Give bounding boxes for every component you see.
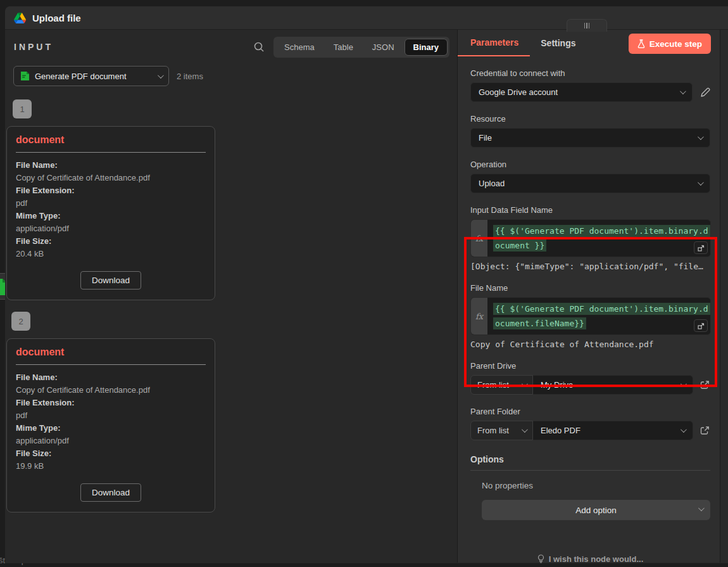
chevron-down-icon: [681, 381, 687, 387]
field-value: Copy of Certificate of Attendance.pdf: [16, 384, 206, 397]
open-in-drive-link[interactable]: [700, 380, 710, 390]
parameters-panel: Parameters Settings Execute step Credent…: [458, 30, 720, 563]
tab-settings[interactable]: Settings: [530, 30, 586, 56]
chevron-down-icon: [522, 381, 528, 387]
credential-label: Credential to connect with: [470, 68, 710, 78]
lightbulb-icon: [537, 554, 544, 564]
fx-expression-icon[interactable]: fx: [471, 298, 487, 334]
binary-data-card: document File Name: Copy of Certificate …: [6, 126, 215, 300]
search-button[interactable]: [253, 41, 265, 53]
file-name-expression[interactable]: fx {{ $('Generate PDF document').item.bi…: [470, 297, 711, 335]
expand-expression-icon: [698, 322, 705, 329]
expression-result-preview: Copy of Certificate of Attendance.pdf: [470, 340, 719, 349]
chevron-down-icon: [158, 72, 164, 79]
flask-icon: [637, 39, 645, 48]
item-index-badge: 2: [11, 312, 30, 331]
download-button[interactable]: Download: [80, 271, 141, 290]
input-data-field-expression[interactable]: fx {{ $('Generate PDF document').item.bi…: [470, 219, 711, 257]
chevron-down-icon: [681, 426, 687, 433]
field-label: File Name:: [16, 159, 206, 172]
chevron-down-icon: [680, 88, 686, 94]
panel-drag-handle[interactable]: [567, 19, 607, 32]
items-count: 2 items: [177, 72, 203, 81]
resource-label: Resource: [470, 114, 710, 124]
binary-key-title: document: [16, 347, 206, 358]
edit-pencil-icon[interactable]: [700, 87, 710, 98]
binary-data-card: document File Name: Copy of Certificate …: [6, 338, 215, 513]
chevron-down-icon: [698, 179, 704, 186]
input-source-value: Generate PDF document: [35, 72, 127, 81]
fx-expression-icon[interactable]: fx: [471, 220, 487, 257]
field-label: File Extension:: [16, 184, 206, 197]
parent-drive-label: Parent Drive: [470, 361, 710, 371]
tab-schema[interactable]: Schema: [275, 39, 323, 56]
parent-drive-mode-select[interactable]: From list: [470, 375, 533, 395]
parent-drive-value-select[interactable]: My Drive: [533, 375, 693, 395]
generate-pdf-node-icon: [20, 71, 30, 81]
tab-json[interactable]: JSON: [363, 39, 403, 56]
field-value: pdf: [16, 197, 206, 210]
field-value: 20.4 kB: [16, 248, 206, 260]
input-data-field-label: Input Data Field Name: [470, 205, 710, 215]
item-index-badge: 1: [13, 99, 32, 118]
view-mode-tabs: Schema Table JSON Binary: [273, 37, 449, 58]
ndv-header: Upload file: [5, 6, 728, 30]
options-section-label: Options: [470, 454, 710, 471]
chevron-down-icon: [698, 134, 704, 140]
credential-select[interactable]: Google Drive account: [470, 82, 693, 102]
file-name-label: File Name: [470, 283, 710, 293]
parent-folder-value-select[interactable]: Eledo PDF: [533, 421, 693, 440]
field-label: File Size:: [16, 447, 206, 460]
binary-key-title: document: [16, 134, 206, 146]
expression-result-preview: [Object: {"mimeType": "application/pdf",…: [470, 262, 719, 271]
field-label: File Size:: [16, 235, 206, 248]
input-panel: INPUT Schema Table JSON Binary: [5, 30, 458, 563]
no-properties-text: No properties: [482, 481, 710, 490]
operation-select[interactable]: Upload: [470, 174, 710, 193]
field-value: pdf: [16, 409, 206, 422]
open-in-drive-link[interactable]: [700, 426, 710, 435]
external-link-icon: [700, 380, 710, 390]
field-value: 19.9 kB: [16, 460, 206, 473]
parent-folder-mode-select[interactable]: From list: [470, 421, 533, 440]
divider: [16, 152, 206, 153]
open-expression-editor-button[interactable]: [694, 241, 708, 254]
search-icon: [253, 41, 265, 53]
node-detail-view: Upload file INPUT Schema Table JSON Bina…: [5, 6, 728, 563]
input-source-dropdown[interactable]: Generate PDF document: [13, 66, 169, 86]
field-value: application/pdf: [16, 435, 206, 447]
field-label: File Name:: [16, 371, 206, 384]
chevron-down-icon: [698, 505, 705, 511]
tab-parameters[interactable]: Parameters: [458, 30, 530, 56]
tab-binary[interactable]: Binary: [405, 39, 448, 56]
node-title: Upload file: [32, 13, 81, 23]
field-label: File Extension:: [16, 397, 206, 409]
field-value: Copy of Certificate of Attendance.pdf: [16, 172, 206, 184]
google-drive-icon: [14, 13, 26, 23]
execute-step-button[interactable]: Execute step: [629, 34, 711, 54]
resource-select[interactable]: File: [470, 128, 710, 148]
external-link-icon: [700, 426, 710, 435]
node-feedback-link[interactable]: I wish this node would...: [470, 554, 710, 564]
tab-table[interactable]: Table: [325, 39, 362, 56]
parent-folder-label: Parent Folder: [470, 407, 710, 416]
field-label: Mime Type:: [16, 422, 206, 435]
output-panel-collapsed: [720, 30, 728, 563]
expand-expression-icon: [698, 245, 705, 252]
chevron-down-icon: [522, 426, 528, 433]
open-expression-editor-button[interactable]: [694, 319, 708, 332]
operation-label: Operation: [470, 160, 710, 169]
download-button[interactable]: Download: [80, 483, 141, 502]
divider: [16, 364, 206, 365]
field-value: application/pdf: [16, 222, 206, 235]
add-option-button[interactable]: Add option: [482, 500, 710, 520]
input-panel-title: INPUT: [14, 42, 53, 52]
field-label: Mime Type:: [16, 210, 206, 222]
